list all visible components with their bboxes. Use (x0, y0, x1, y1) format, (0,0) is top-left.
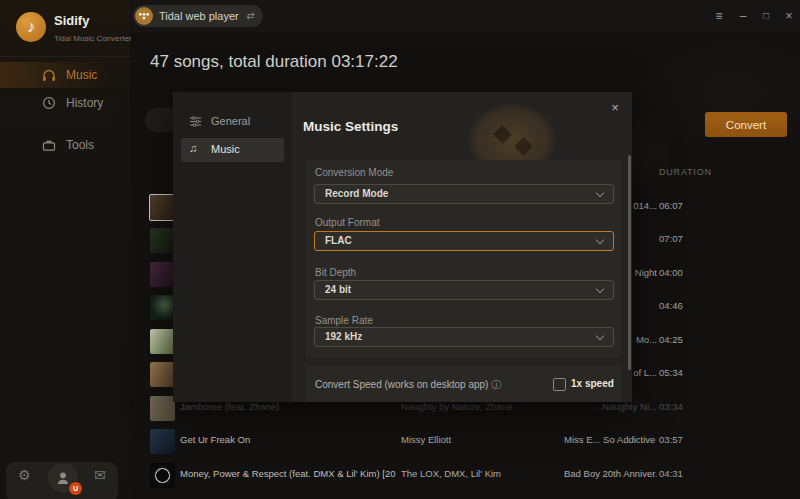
album-art (150, 463, 175, 488)
duration-column-header: DURATION (659, 167, 712, 177)
album-art (150, 362, 175, 387)
chevron-down-icon (596, 332, 604, 340)
sidebar-item-tools[interactable]: Tools (0, 132, 130, 158)
title-cell: Jamboree (feat. Zhané) (180, 401, 396, 412)
window-close-button[interactable]: × (780, 6, 798, 26)
select-value: FLAC (325, 235, 352, 246)
duration-cell: 06:07 (659, 200, 683, 211)
switch-icon: ⇄ (246, 5, 254, 27)
titlebar: Tidal web player ⇄ ≡ – □ × (130, 0, 800, 32)
tab-music[interactable]: ♫ Music (181, 138, 284, 162)
album-art (150, 262, 175, 287)
source-label: Tidal web player (159, 10, 239, 22)
album-art (150, 396, 175, 421)
app-subtitle: Tidal Music Converter (54, 34, 132, 43)
select-value: 24 bit (325, 284, 351, 295)
sliders-icon (189, 115, 202, 128)
duration-cell: 03:34 (659, 401, 683, 412)
sidebar-divider (0, 56, 130, 57)
app-window: ♪ Sidify Tidal Music Converter Music His… (0, 0, 800, 499)
album-art (150, 228, 175, 253)
output-format-select[interactable]: FLAC (314, 231, 614, 251)
sample-rate-select[interactable]: 192 kHz (314, 327, 614, 347)
bit-depth-select[interactable]: 24 bit (314, 280, 614, 300)
playlist-summary: 47 songs, total duration 03:17:22 (150, 52, 398, 72)
toolbox-icon (42, 138, 56, 152)
chevron-down-icon (596, 285, 604, 293)
sidebar-item-label: Tools (66, 138, 94, 152)
app-name: Sidify (54, 13, 89, 28)
tidal-logo-icon (135, 7, 153, 25)
chevron-down-icon (596, 236, 604, 244)
app-logo-icon: ♪ (16, 12, 46, 42)
artist-cell: Naughty by Nature, Zhané (401, 401, 553, 412)
convert-button[interactable]: Convert (705, 112, 787, 137)
conversion-mode-select[interactable]: Record Mode (314, 184, 614, 204)
title-cell: Money, Power & Respect (feat. DMX & Lil'… (180, 468, 396, 479)
field-label: Sample Rate (315, 315, 373, 326)
artist-cell: Missy Elliott (401, 434, 553, 445)
sidebar-item-music[interactable]: Music (0, 62, 130, 88)
chevron-down-icon (596, 189, 604, 197)
field-label: Conversion Mode (315, 167, 393, 178)
table-row[interactable]: Money, Power & Respect (feat. DMX & Lil'… (130, 459, 800, 492)
album-art (150, 329, 175, 354)
dialog-close-icon[interactable]: × (605, 98, 625, 118)
album-cell: ...Naughty Ni... (564, 401, 657, 412)
artist-cell: The LOX, DMX, Lil' Kim (401, 468, 553, 479)
select-value: Record Mode (325, 188, 388, 199)
convert-speed-text: Convert Speed (works on desktop app) (315, 379, 488, 390)
settings-tab-list: General ♫ Music (173, 92, 292, 402)
title-cell: Get Ur Freak On (180, 434, 396, 445)
tab-label: Music (211, 143, 240, 155)
music-settings-form: Conversion Mode Record Mode Output Forma… (306, 160, 621, 358)
dialog-scrollbar[interactable] (628, 155, 631, 370)
album-cell: Miss E... So Addictive (564, 434, 657, 445)
menu-icon[interactable]: ≡ (710, 6, 728, 26)
maximize-button[interactable]: □ (757, 6, 775, 26)
music-note-icon: ♫ (189, 142, 197, 154)
field-label: Output Format (315, 217, 379, 228)
duration-cell: 05:34 (659, 367, 683, 378)
duration-cell: 07:07 (659, 233, 683, 244)
speed-option-label: 1x speed (571, 378, 614, 389)
album-art (150, 429, 175, 454)
field-label: Bit Depth (315, 267, 356, 278)
sidebar-item-history[interactable]: History (0, 90, 130, 116)
dialog-title: Music Settings (303, 119, 398, 134)
sidebar-item-label: Music (66, 68, 97, 82)
tab-general[interactable]: General (181, 110, 284, 134)
select-value: 192 kHz (325, 331, 362, 342)
duration-cell: 04:25 (659, 334, 683, 345)
minimize-button[interactable]: – (734, 6, 752, 26)
duration-cell: 04:46 (659, 300, 683, 311)
tab-label: General (211, 115, 250, 127)
duration-cell: 03:57 (659, 434, 683, 445)
duration-cell: 04:00 (659, 267, 683, 278)
clock-icon (42, 96, 56, 110)
sidebar-item-label: History (66, 96, 103, 110)
settings-dialog: General ♫ Music Music Settings × Convers… (173, 92, 632, 402)
album-cell: Bad Boy 20th Anniver... (564, 468, 657, 479)
info-icon[interactable]: ⓘ (491, 379, 501, 390)
duration-cell: 04:31 (659, 468, 683, 479)
speed-checkbox[interactable] (553, 378, 566, 391)
headphones-icon (42, 68, 56, 82)
album-art (150, 295, 175, 320)
table-row[interactable]: Get Ur Freak On Missy Elliott Miss E... … (130, 425, 800, 458)
album-art (149, 194, 176, 221)
convert-speed-label: Convert Speed (works on desktop app) ⓘ (315, 378, 501, 392)
source-switcher[interactable]: Tidal web player ⇄ (133, 5, 263, 27)
convert-speed-section: Convert Speed (works on desktop app) ⓘ 1… (306, 366, 621, 402)
